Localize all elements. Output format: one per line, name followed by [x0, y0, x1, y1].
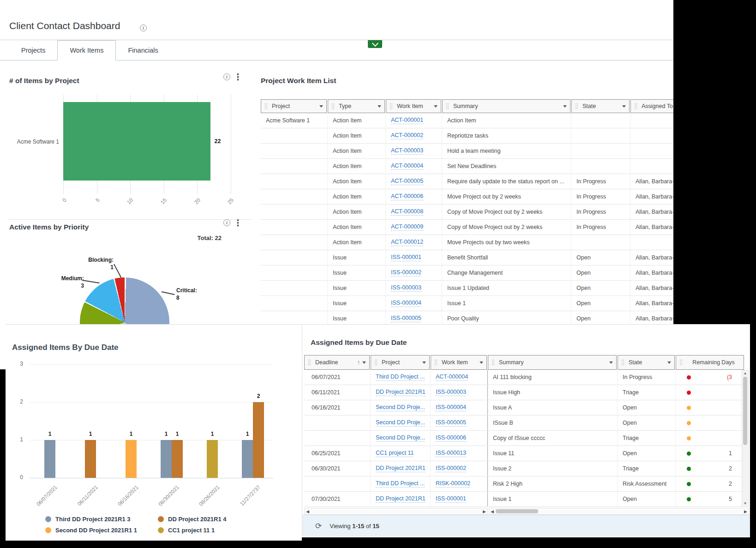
scroll-left-icon[interactable]: ◀: [489, 508, 495, 514]
scroll-down-icon[interactable]: ▼: [742, 500, 748, 506]
tab-work-items[interactable]: Work Items: [57, 40, 116, 60]
filter-dropdown-icon[interactable]: [622, 105, 626, 108]
cell-deadline: 06/07/2021: [304, 370, 371, 385]
cell-assigned-to: [630, 144, 673, 158]
column-header-project[interactable]: Project: [371, 355, 430, 370]
legend-item[interactable]: CC1 project 11 1: [158, 527, 215, 534]
project-link[interactable]: DD Project 2021R1: [376, 389, 426, 396]
work-item-link[interactable]: ACT-000006: [391, 193, 423, 200]
drag-handle-icon[interactable]: [634, 103, 637, 109]
project-link[interactable]: DD Project 2021R1: [376, 495, 426, 502]
column-header-work-item[interactable]: Work Item: [431, 355, 487, 370]
scroll-up-icon[interactable]: ▲: [742, 370, 748, 376]
column-header-summary[interactable]: Summary: [488, 355, 617, 370]
refresh-icon[interactable]: ⟳: [315, 522, 322, 530]
drag-handle-icon[interactable]: [575, 103, 578, 109]
filter-dropdown-icon[interactable]: [667, 361, 671, 364]
work-item-link[interactable]: ACT-000004: [391, 163, 423, 169]
drag-handle-icon[interactable]: [308, 359, 311, 366]
filter-dropdown-icon[interactable]: [378, 105, 381, 108]
kebab-menu-icon[interactable]: [237, 73, 239, 81]
project-link[interactable]: Second DD Proje...: [376, 434, 425, 441]
scrollbar-thumb[interactable]: [496, 509, 538, 513]
tab-financials[interactable]: Financials: [116, 40, 170, 60]
filter-dropdown-icon[interactable]: [422, 361, 426, 364]
filter-dropdown-icon[interactable]: [609, 361, 613, 364]
work-item-link[interactable]: ISS-000004: [391, 300, 421, 307]
work-item-link[interactable]: ISS-000002: [436, 465, 466, 472]
work-item-link[interactable]: ACT-000008: [391, 208, 423, 215]
scroll-left-icon[interactable]: ◀: [305, 508, 311, 514]
work-item-link[interactable]: ACT-000012: [391, 239, 423, 246]
drag-handle-icon[interactable]: [374, 359, 378, 366]
scroll-right-icon[interactable]: ▶: [481, 508, 487, 514]
tab-projects[interactable]: Projects: [9, 40, 57, 60]
project-link[interactable]: Third DD Project ...: [376, 373, 425, 380]
column-header-deadline[interactable]: Deadline↑: [304, 355, 370, 370]
work-item-link[interactable]: ACT-000004: [436, 373, 468, 380]
column-header-state[interactable]: State: [618, 355, 675, 370]
project-link[interactable]: DD Project 2021R1: [376, 465, 426, 472]
legend-item[interactable]: Third DD Project 2021R1 3: [45, 516, 131, 523]
status-dot-green: [687, 497, 691, 501]
info-icon[interactable]: i: [223, 73, 230, 80]
work-item-link[interactable]: RISK-000002: [436, 480, 470, 487]
column-header-assigned-to[interactable]: Assigned To: [630, 99, 673, 113]
collapse-header-button[interactable]: [368, 40, 382, 48]
filter-dropdown-icon[interactable]: [434, 105, 438, 108]
project-link[interactable]: Second DD Proje...: [376, 419, 425, 426]
project-link[interactable]: CC1 project 11: [376, 450, 414, 457]
work-item-link[interactable]: ACT-000001: [391, 117, 423, 124]
column-header-state[interactable]: State: [571, 99, 630, 113]
work-item-link[interactable]: ISS-000002: [391, 269, 421, 276]
kebab-menu-icon[interactable]: [237, 219, 239, 227]
work-item-link[interactable]: ISS-000006: [436, 434, 466, 441]
sort-ascending-icon[interactable]: ↑: [357, 359, 360, 366]
cell-project: [261, 144, 328, 158]
filter-dropdown-icon[interactable]: [480, 361, 483, 364]
filter-dropdown-icon[interactable]: [362, 361, 366, 364]
work-item-link[interactable]: ISS-000004: [436, 404, 466, 411]
horizontal-scrollbar-left[interactable]: ◀ ▶: [304, 508, 488, 515]
cell-project: Second DD Proje...: [371, 431, 431, 446]
work-item-link[interactable]: ISS-000005: [391, 315, 421, 322]
project-link[interactable]: Second DD Proje...: [376, 404, 425, 411]
work-item-link[interactable]: ACT-000009: [391, 223, 423, 230]
filter-dropdown-icon[interactable]: [563, 105, 567, 108]
drag-handle-icon[interactable]: [492, 359, 495, 366]
project-link[interactable]: Third DD Project ...: [376, 480, 425, 487]
legend-item[interactable]: DD Project 2021R1 4: [158, 516, 226, 523]
column-header-type[interactable]: Type: [328, 99, 385, 113]
legend-item[interactable]: Second DD Project 2021R1 1: [45, 527, 137, 534]
work-item-link[interactable]: ISS-000005: [436, 419, 466, 426]
column-header-project[interactable]: Project: [261, 99, 327, 113]
column-header-remaining-days[interactable]: Remaining Days: [676, 355, 744, 370]
info-icon[interactable]: i: [140, 24, 147, 31]
work-item-link[interactable]: ACT-000003: [391, 147, 423, 154]
column-header-summary[interactable]: Summary: [442, 99, 570, 113]
work-item-link[interactable]: ISS-000003: [391, 284, 421, 291]
work-item-link[interactable]: ISS-000003: [436, 389, 466, 396]
drag-handle-icon[interactable]: [264, 103, 268, 109]
filter-dropdown-icon[interactable]: [319, 105, 323, 108]
due-date-table-panel: Assigned Items by Due Date Deadline↑Proj…: [302, 324, 750, 537]
drag-handle-icon[interactable]: [679, 359, 683, 366]
work-item-link[interactable]: ACT-000005: [391, 178, 423, 185]
scroll-right-icon[interactable]: ▶: [743, 508, 749, 514]
drag-handle-icon[interactable]: [446, 103, 449, 109]
table-row: 06/16/2021Second DD Proje...ISS-000004Is…: [304, 400, 748, 416]
drag-handle-icon[interactable]: [434, 359, 438, 366]
cell-remaining-days: [676, 431, 745, 446]
work-item-link[interactable]: ISS-000001: [391, 254, 421, 261]
scrollbar-thumb[interactable]: [743, 377, 747, 445]
vertical-scrollbar[interactable]: ▲ ▼: [742, 370, 749, 507]
info-icon[interactable]: i: [223, 219, 230, 226]
work-item-link[interactable]: ACT-000002: [391, 132, 423, 139]
column-header-work-item[interactable]: Work Item: [386, 99, 441, 113]
work-item-link[interactable]: ISS-000013: [436, 450, 466, 457]
horizontal-scrollbar-right[interactable]: ◀ ▶: [489, 508, 749, 515]
drag-handle-icon[interactable]: [390, 103, 393, 109]
drag-handle-icon[interactable]: [331, 103, 335, 109]
drag-handle-icon[interactable]: [621, 359, 624, 366]
work-item-link[interactable]: ISS-000001: [436, 495, 466, 502]
